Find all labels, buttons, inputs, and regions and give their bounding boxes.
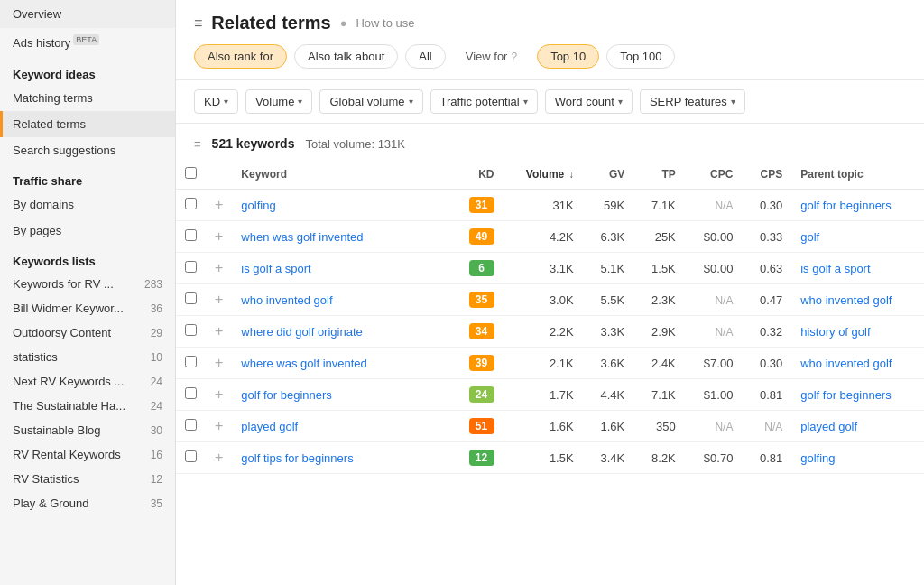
volume-cell: 31K [504,190,583,221]
hamburger-icon[interactable]: ≡ [194,15,202,32]
tab-all[interactable]: All [405,44,445,69]
parent-topic-link[interactable]: history of golf [800,325,870,339]
add-cell[interactable]: + [206,190,232,221]
row-checkbox[interactable] [185,387,197,399]
sidebar-item-matching-terms[interactable]: Matching terms [0,85,175,111]
sidebar-item-overview[interactable]: Overview [0,0,175,28]
sidebar-list-item[interactable]: Keywords for RV ...283 [0,272,175,296]
keyword-link[interactable]: where was golf invented [241,357,366,370]
sidebar-item-ads-history[interactable]: Ads historyBETA [0,28,175,57]
row-checkbox-cell[interactable] [176,284,206,316]
keyword-link[interactable]: is golf a sport [241,262,310,275]
add-button[interactable]: + [215,450,223,465]
kd-cell: 35 [450,284,503,316]
parent-topic-link[interactable]: golfing [800,451,835,465]
row-checkbox[interactable] [185,419,197,431]
add-button[interactable]: + [215,228,223,244]
keyword-link[interactable]: golf for beginners [241,388,331,402]
select-all-header[interactable] [176,160,206,190]
row-checkbox-cell[interactable] [176,411,206,442]
add-cell[interactable]: + [206,221,232,253]
row-checkbox-cell[interactable] [176,442,206,474]
select-all-checkbox[interactable] [185,167,197,179]
sidebar-list-item[interactable]: Bill Widmer Keywor...36 [0,296,175,320]
cpc-header[interactable]: CPC [685,160,743,190]
sidebar-list-item[interactable]: RV Rental Keywords16 [0,442,175,467]
keyword-link[interactable]: golfing [241,199,275,212]
parent-topic-link[interactable]: is golf a sport [800,262,870,275]
row-checkbox[interactable] [185,261,197,273]
list-icon[interactable]: ≡ [194,137,201,151]
tab-also-talk-about[interactable]: Also talk about [294,44,398,69]
add-button[interactable]: + [215,418,223,433]
row-checkbox[interactable] [185,198,197,209]
sidebar-item-by-pages[interactable]: By pages [0,218,175,244]
add-button[interactable]: + [215,355,223,370]
sidebar-list-item[interactable]: Play & Ground35 [0,491,175,515]
add-cell[interactable]: + [206,284,232,316]
view-for-help-icon[interactable]: ? [511,51,517,63]
parent-topic-link[interactable]: golf for beginners [800,199,891,212]
add-cell[interactable]: + [206,253,232,284]
sidebar-item-related-terms[interactable]: Related terms [0,111,175,137]
help-icon[interactable]: ● [340,16,347,30]
add-button[interactable]: + [215,197,223,212]
sidebar-item-by-domains[interactable]: By domains [0,191,175,218]
global-volume-filter-dropdown[interactable]: Global volume ▾ [319,89,422,114]
cps-header[interactable]: CPS [742,160,791,190]
add-cell[interactable]: + [206,379,232,411]
kd-filter-dropdown[interactable]: KD ▾ [194,89,238,114]
tab-top-100[interactable]: Top 100 [606,44,675,69]
add-cell[interactable]: + [206,316,232,348]
sidebar-list-item[interactable]: The Sustainable Ha...24 [0,394,175,418]
row-checkbox-cell[interactable] [176,316,206,348]
add-cell[interactable]: + [206,442,232,474]
add-button[interactable]: + [215,292,223,307]
parent-topic-header[interactable]: Parent topic [791,160,924,190]
add-button[interactable]: + [215,260,223,275]
word-count-filter-dropdown[interactable]: Word count ▾ [545,89,633,114]
gv-header[interactable]: GV [583,160,634,190]
row-checkbox-cell[interactable] [176,221,206,253]
row-checkbox-cell[interactable] [176,253,206,284]
row-checkbox[interactable] [185,450,197,462]
keyword-link[interactable]: when was golf invented [241,230,363,244]
traffic-potential-filter-dropdown[interactable]: Traffic potential ▾ [430,89,538,114]
add-cell[interactable]: + [206,411,232,442]
volume-header[interactable]: Volume ↓ [504,160,583,190]
row-checkbox[interactable] [185,229,197,241]
parent-topic-link[interactable]: golf for beginners [800,388,891,402]
row-checkbox[interactable] [185,292,197,304]
parent-topic-link[interactable]: golf [800,230,819,244]
sidebar-item-search-suggestions[interactable]: Search suggestions [0,137,175,163]
kd-cell: 12 [450,442,503,474]
sidebar-list-item[interactable]: Sustainable Blog30 [0,418,175,442]
tp-header[interactable]: TP [633,160,685,190]
keyword-header[interactable]: Keyword [232,160,450,190]
row-checkbox[interactable] [185,356,197,367]
parent-topic-link[interactable]: played golf [800,420,857,433]
sidebar-list-item[interactable]: Outdoorsy Content29 [0,320,175,345]
keyword-link[interactable]: who invented golf [241,293,332,307]
row-checkbox-cell[interactable] [176,348,206,379]
row-checkbox[interactable] [185,324,197,336]
row-checkbox-cell[interactable] [176,379,206,411]
keyword-link[interactable]: where did golf originate [241,325,362,339]
volume-filter-dropdown[interactable]: Volume ▾ [245,89,312,114]
add-button[interactable]: + [215,323,223,339]
how-to-use-link[interactable]: How to use [356,16,414,30]
serp-features-filter-dropdown[interactable]: SERP features ▾ [640,89,745,114]
keyword-link[interactable]: played golf [241,420,298,433]
sidebar-list-item[interactable]: statistics10 [0,345,175,369]
parent-topic-link[interactable]: who invented golf [800,293,892,307]
tab-top-10[interactable]: Top 10 [537,44,599,69]
add-cell[interactable]: + [206,348,232,379]
sidebar-list-item[interactable]: RV Statistics12 [0,467,175,491]
row-checkbox-cell[interactable] [176,190,206,221]
add-button[interactable]: + [215,386,223,402]
kd-header[interactable]: KD [450,160,503,190]
sidebar-list-item[interactable]: Next RV Keywords ...24 [0,369,175,394]
keyword-link[interactable]: golf tips for beginners [241,451,353,465]
parent-topic-link[interactable]: who invented golf [800,357,892,370]
tab-also-rank-for[interactable]: Also rank for [194,44,287,69]
